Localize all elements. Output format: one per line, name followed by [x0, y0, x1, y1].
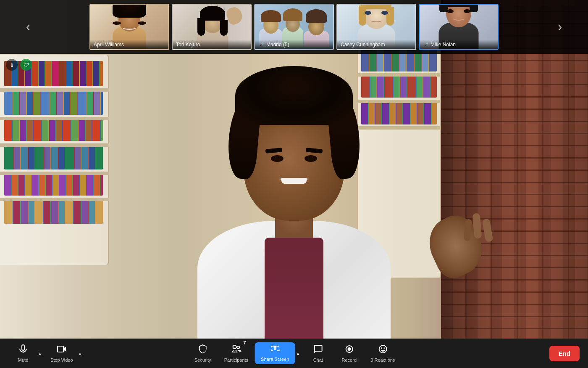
toolbar: Mute ▲ Stop Video ▲ Security	[0, 339, 588, 368]
mute-button[interactable]: Mute	[8, 342, 38, 365]
thumbnail-bar: ‹ April Williams	[0, 0, 588, 54]
reactions-button[interactable]: 0 Reactions	[365, 342, 400, 365]
thumb-madrid-name: 🎤Madrid (5)	[255, 40, 333, 49]
thumbnail-mike[interactable]: 🎤Mike Nolan	[419, 4, 499, 50]
info-icon[interactable]: ℹ	[6, 59, 18, 71]
reactions-label: 0 Reactions	[370, 357, 395, 363]
info-icons: ℹ 🛡	[6, 59, 32, 71]
security-icon	[198, 344, 207, 356]
participants-button[interactable]: 7 Participants	[219, 342, 253, 365]
participants-label: Participants	[224, 357, 248, 363]
stop-video-label: Stop Video	[50, 357, 73, 363]
thumb-casey-name: Casey Cunningham	[337, 40, 415, 49]
thumb-april-name: April Williams	[90, 40, 168, 49]
record-label: Record	[342, 357, 357, 363]
share-screen-label: Share Screen	[261, 357, 289, 362]
participant-count-badge: 7	[243, 341, 246, 345]
chat-button[interactable]: Chat	[303, 342, 333, 365]
thumb-tori-name: Tori Kojuro	[173, 40, 251, 49]
mute-icon	[18, 344, 28, 356]
thumbnail-casey[interactable]: Casey Cunningham	[336, 4, 416, 50]
share-screen-caret[interactable]: ▲	[294, 349, 302, 358]
chat-label: Chat	[313, 357, 323, 363]
toolbar-left: Mute ▲ Stop Video ▲	[8, 342, 84, 365]
share-screen-container[interactable]: Share Screen	[255, 342, 295, 364]
reactions-icon	[378, 344, 388, 356]
thumb-mike-name: 🎤Mike Nolan	[420, 40, 498, 49]
record-button[interactable]: Record	[334, 342, 364, 365]
thumbnail-april[interactable]: April Williams	[89, 4, 169, 50]
thumbnails-container: April Williams Tori Ko	[37, 4, 550, 50]
stop-video-button[interactable]: Stop Video	[45, 342, 78, 365]
security-label: Security	[194, 357, 211, 363]
record-icon	[344, 344, 354, 356]
video-icon	[56, 344, 67, 356]
security-button[interactable]: Security	[188, 342, 218, 365]
mute-caret[interactable]: ▲	[36, 349, 44, 358]
svg-point-1	[347, 347, 351, 351]
prev-arrow[interactable]: ‹	[21, 17, 35, 37]
mute-label: Mute	[18, 357, 28, 363]
thumbnail-madrid[interactable]: 🎤Madrid (5)	[254, 4, 334, 50]
thumbnail-tori[interactable]: Tori Kojuro	[172, 4, 252, 50]
toolbar-center: Security 7 Participants Share Screen ▲	[188, 342, 400, 365]
video-caret[interactable]: ▲	[76, 349, 84, 358]
participants-icon: 7	[231, 344, 242, 356]
share-screen-icon	[270, 344, 280, 355]
chat-icon	[313, 344, 323, 356]
next-arrow[interactable]: ›	[553, 17, 567, 37]
end-button[interactable]: End	[549, 346, 580, 361]
toolbar-right: End	[549, 346, 580, 361]
security-shield-icon[interactable]: 🛡	[20, 59, 32, 71]
